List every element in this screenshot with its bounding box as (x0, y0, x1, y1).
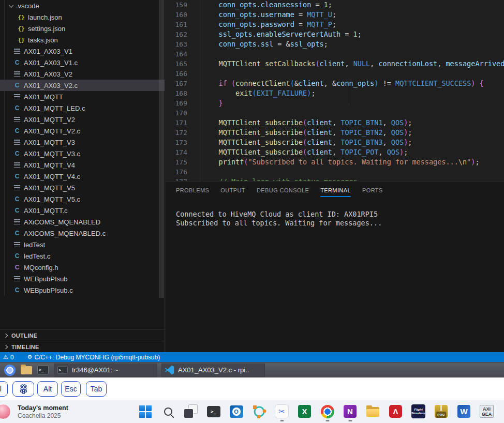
search-icon[interactable] (160, 403, 176, 419)
file-label: WEBpubPIsub.c (24, 286, 73, 294)
file-label: settings.json (28, 25, 65, 33)
sidebar-scrollbar[interactable] (159, 0, 164, 298)
file-tree-item-AX01_AX03_V1[interactable]: AX01_AX03_V1 (0, 46, 165, 57)
file-tree-item-ledTest.c[interactable]: CledTest.c (0, 250, 165, 262)
c-file-icon: C (13, 127, 21, 134)
file-tree-item-AXiCOMS_MQENABLED.c[interactable]: CAXiCOMS_MQENABLED.c (0, 228, 165, 239)
debug-config-icon: ⚙ (27, 354, 33, 360)
line-number: 175 (166, 157, 187, 167)
debug-config-status-item[interactable]: ⚙ C/C++: Debug MYCONFIG (rpi5mqtt-pubsub… (24, 352, 164, 362)
code-line-170: 170 (166, 108, 504, 118)
file-label: AX01_AX03_V2.c (24, 82, 78, 89)
file-tree-item-AX01_MQTT_LED.c[interactable]: CAX01_MQTT_LED.c (0, 102, 165, 114)
alt-key-button[interactable]: Alt (37, 381, 58, 397)
file-label: tasks.json (28, 36, 58, 44)
c-file-icon: C (13, 82, 21, 89)
file-tree-item-.vscode[interactable]: .vscode (0, 0, 165, 11)
line-number: 174 (166, 147, 187, 157)
file-tree-item-AX01_MQTT_V5.c[interactable]: CAX01_MQTT_V5.c (0, 193, 165, 205)
remote-key-toolbar: CtrlAltEscTab (0, 377, 504, 400)
line-number: 162 (166, 29, 187, 39)
file-tree-item-tasks.json[interactable]: {}tasks.json (0, 34, 165, 46)
packet-tracer-icon[interactable] (251, 403, 267, 419)
terminal-output[interactable]: Connected to HiveMQ Cloud as client ID: … (166, 199, 504, 228)
line-number: 164 (166, 49, 187, 59)
acrobat-icon[interactable]: Λ (388, 403, 404, 419)
line-number: 166 (166, 69, 187, 79)
json-file-icon: {} (18, 37, 25, 43)
code-line-171: 171 MQTTClient_subscribe(client, TOPIC_B… (166, 118, 504, 128)
chevron-down-icon (9, 3, 14, 8)
file-tree-item-MQconfig.h[interactable]: CMQconfig.h (0, 262, 165, 273)
folder-icon (21, 366, 32, 374)
file-tree-item-WEBpubPIsub.c[interactable]: CWEBpubPIsub.c (0, 284, 165, 296)
chromium-icon (4, 365, 16, 376)
task-view-icon[interactable] (183, 403, 199, 419)
line-number: 169 (166, 98, 187, 108)
start-icon[interactable] (137, 403, 153, 419)
timeline-section-header[interactable]: TIMELINE (0, 341, 165, 352)
word-icon[interactable]: W (456, 403, 472, 419)
file-manager-launcher-icon[interactable] (20, 364, 33, 376)
snipping-icon[interactable]: ✂ (274, 403, 290, 419)
file-tree-item-AX01_MQTT_V3.c[interactable]: CAX01_MQTT_V3.c (0, 148, 165, 159)
file-label: AX01_MQTT_V3.c (24, 150, 80, 158)
indent-guide (349, 85, 349, 104)
code-line-167: 167 if (connectClient(&client, &conn_opt… (166, 79, 504, 88)
file-label: AX01_MQTT_V5 (24, 184, 75, 192)
file-tree-item-AX01_AX03_V2[interactable]: AX01_AX03_V2 (0, 68, 165, 80)
chromium-launcher-icon[interactable] (3, 364, 17, 376)
file-tree-item-AX01_MQTT_V2.c[interactable]: CAX01_MQTT_V2.c (0, 125, 165, 137)
debug-config-label: C/C++: Debug MYCONFIG (rpi5mqtt-pubsub) (34, 354, 160, 361)
file-tree-item-settings.json[interactable]: {}settings.json (0, 23, 165, 34)
file-explorer-icon[interactable] (365, 403, 381, 419)
file-tree-item-AX01_MQTT_V4.c[interactable]: CAX01_MQTT_V4.c (0, 171, 165, 182)
file-tree-item-ledTest[interactable]: ledTest (0, 239, 165, 250)
chrome-icon[interactable] (319, 403, 335, 419)
tab-key-button[interactable]: Tab (86, 381, 107, 397)
file-label: AX01_MQTT_V5.c (24, 195, 80, 203)
esc-key-button[interactable]: Esc (61, 381, 81, 397)
terminal-icon[interactable]: >_ (205, 403, 221, 419)
pi-window-button-terminal[interactable]: >_tr346@AX01: ~ (54, 364, 157, 377)
binary-file-icon (14, 219, 20, 225)
vscode-icon (165, 365, 174, 375)
outlook-icon[interactable]: O (228, 403, 244, 419)
file-tree-item-AXiCOMS_MQENABLED[interactable]: AXiCOMS_MQENABLED (0, 216, 165, 228)
file-tree-item-AX01_MQTT_V2[interactable]: AX01_MQTT_V2 (0, 114, 165, 125)
file-tree-item-AX01_MQTT_V5[interactable]: AX01_MQTT_V5 (0, 182, 165, 193)
file-tree-item-AX01_MQTT[interactable]: AX01_MQTT (0, 91, 165, 102)
file-tree-item-AX01_MQTT_V4[interactable]: AX01_MQTT_V4 (0, 159, 165, 171)
panel-tab-problems[interactable]: PROBLEMS (176, 182, 209, 199)
file-tree-item-AX01_AX03_V1.c[interactable]: CAX01_AX03_V1.c (0, 57, 165, 68)
outline-section-header[interactable]: OUTLINE (0, 329, 165, 341)
file-label: AX01_MQTT_V2 (24, 116, 75, 124)
ctrl-key-button[interactable]: Ctrl (0, 381, 8, 397)
file-tree-item-launch.json[interactable]: {}launch.json (0, 11, 165, 23)
creative-pro-icon[interactable]: IPRO (433, 403, 449, 419)
c-file-icon: C (13, 195, 21, 203)
raspberry-pi-key-button[interactable] (12, 381, 34, 397)
terminal-launcher-icon[interactable]: >_ (36, 364, 50, 376)
panel-tab-output[interactable]: OUTPUT (220, 182, 245, 199)
binary-file-icon (14, 242, 20, 248)
problems-status-item[interactable]: ⚠ 0 (0, 352, 17, 362)
remote-desktop-screen: .vscode{}launch.json{}settings.json{}tas… (0, 0, 504, 423)
excel-icon[interactable]: X (297, 403, 313, 419)
file-tree-item-AX01_MQTT_V3[interactable]: AX01_MQTT_V3 (0, 137, 165, 148)
code-editor[interactable]: 159 conn_opts.cleansession = 1;160 conn_… (166, 0, 504, 181)
pi-window-button-vscode[interactable]: AX01_AX03_V2.c - rpi.. (161, 364, 265, 377)
file-label: WEBpubPIsub (24, 275, 68, 283)
c-file-icon: C (13, 59, 21, 66)
file-tree-item-AX01_AX03_V2.c[interactable]: CAX01_AX03_V2.c (0, 80, 165, 91)
widgets-button[interactable]: Today's moment Coachella 2025 (0, 400, 68, 423)
panel-tab-debug-console[interactable]: DEBUG CONSOLE (257, 182, 309, 199)
axi-gea-icon[interactable]: AXIGEA (479, 403, 495, 419)
panel-tab-terminal[interactable]: TERMINAL (320, 182, 351, 199)
onenote-icon[interactable]: N (342, 403, 358, 419)
file-tree-item-AX01_MQTT.c[interactable]: CAX01_MQTT.c (0, 205, 165, 216)
line-number: 168 (166, 88, 187, 98)
panel-tab-ports[interactable]: PORTS (362, 182, 383, 199)
flight-simulator-icon[interactable]: FlightSimulator (410, 403, 426, 419)
file-tree-item-WEBpubPIsub[interactable]: WEBpubPIsub (0, 273, 165, 284)
